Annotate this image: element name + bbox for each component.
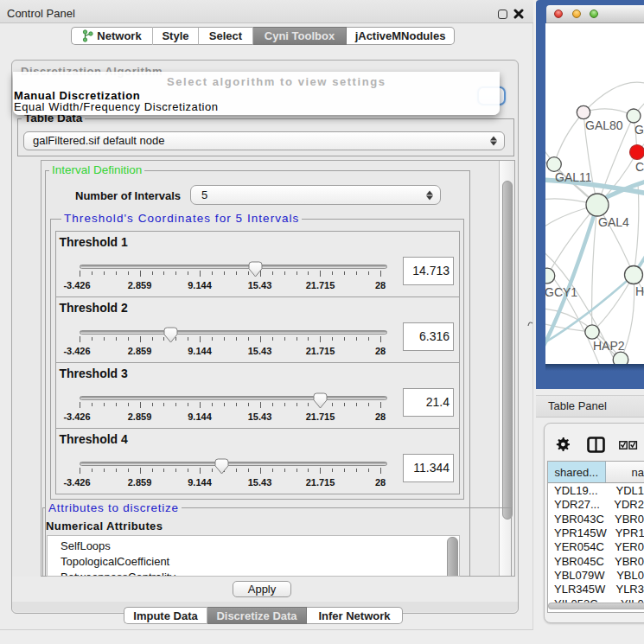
svg-text:GCY1: GCY1	[545, 285, 577, 299]
svg-text:GAL80: GAL80	[585, 118, 623, 132]
svg-text:HAP2: HAP2	[593, 339, 625, 353]
svg-text:C: C	[635, 160, 644, 174]
svg-text:GAL11: GAL11	[555, 170, 592, 184]
svg-text:GAL4: GAL4	[598, 215, 629, 229]
svg-text:GA: GA	[634, 123, 644, 137]
svg-text:H: H	[635, 284, 644, 298]
